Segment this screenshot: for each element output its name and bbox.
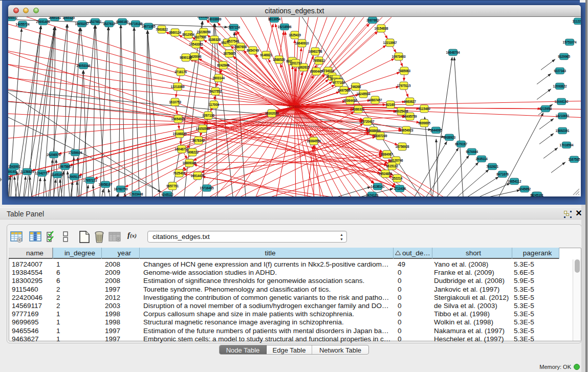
svg-text:39191: 39191	[8, 169, 16, 173]
svg-text:8242848: 8242848	[217, 63, 229, 67]
svg-text:9474123: 9474123	[366, 193, 378, 196]
svg-text:20364436: 20364436	[343, 98, 357, 102]
svg-text:19353594: 19353594	[196, 126, 210, 130]
svg-text:2718176: 2718176	[175, 70, 187, 73]
svg-text:6734024: 6734024	[322, 69, 334, 72]
svg-text:9657791: 9657791	[166, 184, 179, 187]
svg-text:21156829: 21156829	[20, 169, 34, 173]
svg-text:8938923: 8938923	[443, 135, 455, 139]
svg-text:117004: 117004	[209, 102, 219, 106]
svg-text:12213967: 12213967	[383, 40, 397, 44]
svg-text:7498222: 7498222	[186, 150, 199, 154]
svg-text:10653257: 10653257	[75, 21, 89, 25]
svg-text:18307249: 18307249	[374, 134, 387, 137]
svg-text:16809346: 16809346	[183, 161, 197, 164]
svg-text:8813054: 8813054	[268, 17, 280, 20]
svg-text:8660124: 8660124	[169, 30, 181, 34]
svg-text:1644095: 1644095	[430, 128, 442, 132]
svg-text:1543001: 1543001	[8, 164, 20, 168]
svg-text:3267130: 3267130	[202, 113, 214, 117]
svg-text:7857224: 7857224	[228, 25, 240, 29]
svg-text:16648784: 16648784	[446, 50, 460, 54]
svg-text:15716485: 15716485	[200, 186, 214, 189]
svg-text:10973403: 10973403	[392, 54, 406, 58]
svg-text:17359924: 17359924	[69, 150, 82, 154]
svg-text:7663822: 7663822	[156, 27, 168, 31]
svg-text:8427552: 8427552	[209, 89, 222, 93]
svg-text:1201737: 1201737	[290, 61, 302, 64]
svg-text:1167535: 1167535	[568, 157, 580, 161]
svg-text:16495759: 16495759	[403, 114, 417, 118]
svg-text:20206576: 20206576	[47, 152, 61, 156]
svg-text:10543382: 10543382	[189, 42, 203, 46]
svg-text:13654923: 13654923	[400, 128, 413, 132]
svg-text:1625419: 1625419	[289, 33, 301, 36]
svg-text:18724007: 18724007	[287, 105, 302, 108]
svg-text:2087682: 2087682	[366, 18, 379, 21]
svg-text:6497568: 6497568	[338, 88, 350, 92]
svg-text:15720407: 15720407	[361, 119, 375, 123]
svg-text:1610753: 1610753	[169, 100, 181, 103]
svg-text:6679197: 6679197	[455, 142, 467, 145]
svg-text:1527612: 1527612	[103, 21, 115, 25]
svg-text:252214: 252214	[392, 176, 403, 180]
svg-text:10025438: 10025438	[395, 109, 408, 113]
svg-text:10654112: 10654112	[508, 179, 521, 183]
svg-text:8215958: 8215958	[539, 106, 552, 110]
svg-text:9227343: 9227343	[554, 69, 566, 72]
svg-text:9474444: 9474444	[466, 149, 478, 153]
svg-text:16671385: 16671385	[142, 24, 156, 28]
svg-text:1543001: 1543001	[8, 176, 10, 179]
svg-text:16245534: 16245534	[357, 92, 371, 95]
svg-text:8912954: 8912954	[182, 32, 194, 36]
svg-text:8186328: 8186328	[208, 37, 221, 41]
svg-text:2935114: 2935114	[475, 157, 488, 160]
svg-text:17975115: 17975115	[397, 83, 411, 87]
svg-text:9329965: 9329965	[558, 54, 570, 58]
svg-text:16120746: 16120746	[389, 158, 403, 162]
svg-text:9115460: 9115460	[418, 106, 430, 110]
svg-text:10688609: 10688609	[367, 128, 381, 132]
svg-text:16958107: 16958107	[99, 182, 113, 186]
svg-text:7632621: 7632621	[486, 164, 498, 168]
svg-text:6466160: 6466160	[116, 19, 128, 23]
svg-text:2803144: 2803144	[212, 76, 225, 79]
svg-text:10719185: 10719185	[129, 21, 143, 25]
svg-text:1145193: 1145193	[51, 172, 63, 176]
svg-text:17016504: 17016504	[560, 143, 574, 146]
svg-text:1065325: 1065325	[62, 17, 75, 19]
svg-text:12093822: 12093822	[553, 84, 567, 87]
svg-text:17957223: 17957223	[83, 178, 97, 182]
svg-text:19524851: 19524851	[379, 171, 393, 175]
svg-text:12342737: 12342737	[35, 171, 49, 174]
svg-text:16914479: 16914479	[191, 173, 205, 177]
svg-text:8454749: 8454749	[247, 48, 259, 52]
svg-text:12905135: 12905135	[68, 174, 81, 178]
svg-text:7485063: 7485063	[398, 69, 410, 72]
svg-text:2069141: 2069141	[49, 17, 61, 19]
svg-text:20691406: 20691406	[36, 19, 50, 23]
svg-text:23226058: 23226058	[197, 30, 211, 33]
svg-text:7625402: 7625402	[173, 171, 185, 174]
svg-text:9146821: 9146821	[260, 53, 272, 56]
svg-text:14136141: 14136141	[371, 184, 385, 188]
svg-text:2867608: 2867608	[234, 45, 247, 48]
svg-text:14055724: 14055724	[16, 22, 30, 26]
svg-text:29053346: 29053346	[77, 63, 91, 67]
svg-text:6990445: 6990445	[310, 69, 322, 73]
svg-text:1615132: 1615132	[386, 164, 398, 167]
svg-text:12213369: 12213369	[171, 84, 185, 88]
svg-text:16154838: 16154838	[375, 26, 388, 30]
svg-text:1713436: 1713436	[394, 186, 406, 190]
svg-text:8471676: 8471676	[496, 172, 509, 176]
svg-text:12923448: 12923448	[129, 192, 143, 195]
svg-text:1905572: 1905572	[8, 17, 17, 19]
svg-text:15892391: 15892391	[556, 128, 570, 132]
svg-text:9245112: 9245112	[161, 192, 173, 196]
svg-text:12444192: 12444192	[555, 99, 569, 103]
svg-text:9777109: 9777109	[333, 80, 345, 84]
svg-text:9890136: 9890136	[180, 55, 192, 59]
svg-text:19384554: 19384554	[307, 139, 321, 142]
svg-text:9384067: 9384067	[381, 152, 393, 156]
svg-text:1112204: 1112204	[573, 19, 581, 23]
